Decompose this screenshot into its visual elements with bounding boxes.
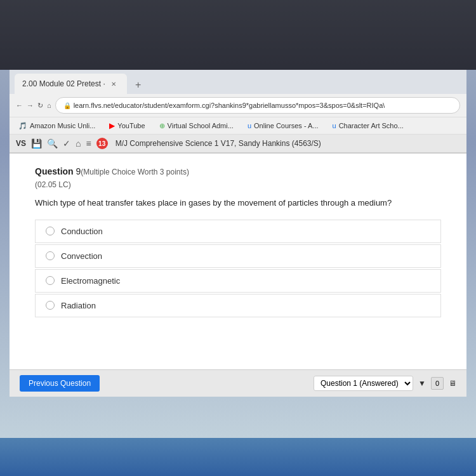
- radio-electromagnetic[interactable]: [46, 276, 55, 285]
- active-tab[interactable]: 2.00 Module 02 Pretest · ✕: [15, 74, 127, 94]
- bookmark-character-art[interactable]: u Character Art Scho...: [330, 121, 406, 131]
- dropdown-chevron-icon: ▼: [418, 379, 426, 388]
- bookmark-label-courses: Online Courses - A...: [254, 122, 319, 129]
- question-dropdown[interactable]: Question 1 (Answered): [314, 376, 413, 391]
- notification-badge: 13: [96, 138, 108, 149]
- link-icon-2: u: [333, 122, 336, 129]
- answer-option-convection[interactable]: Convection: [35, 244, 441, 268]
- answer-option-conduction[interactable]: Conduction: [35, 220, 441, 243]
- bookmark-label-amazon: Amazon Music Unli...: [30, 122, 95, 129]
- tab-close-button[interactable]: ✕: [109, 79, 118, 88]
- home-toolbar-icon[interactable]: ⌂: [76, 138, 81, 149]
- tab-bar: 2.00 Module 02 Pretest · ✕ +: [10, 70, 466, 94]
- home-button[interactable]: ⌂: [47, 102, 51, 109]
- question-type: (Multiple Choice Worth 3 points): [81, 168, 189, 176]
- forward-button[interactable]: →: [27, 102, 34, 109]
- answer-label-convection: Convection: [61, 251, 102, 261]
- bottom-navigation-bar: Previous Question Question 1 (Answered) …: [10, 369, 466, 397]
- check-icon[interactable]: ✓: [63, 138, 70, 149]
- new-tab-button[interactable]: +: [129, 76, 147, 94]
- save-icon[interactable]: 💾: [31, 138, 42, 149]
- bookmark-youtube[interactable]: ▶ YouTube: [107, 120, 147, 131]
- radio-radiation[interactable]: [46, 301, 55, 310]
- bookmark-label-youtube: YouTube: [117, 122, 145, 129]
- browser-window: 2.00 Module 02 Pretest · ✕ + ← → ↻ ⌂ 🔒 l…: [10, 70, 466, 397]
- address-bar: ← → ↻ ⌂ 🔒 learn.flvs.net/educator/studen…: [10, 94, 466, 117]
- answer-label-conduction: Conduction: [61, 227, 103, 236]
- previous-question-button[interactable]: Previous Question: [20, 375, 100, 392]
- radio-conduction[interactable]: [46, 227, 55, 235]
- course-title: M/J Comprehensive Science 1 V17, Sandy H…: [116, 139, 321, 148]
- bookmark-label-art: Character Art Scho...: [339, 122, 404, 129]
- answer-label-radiation: Radiation: [61, 301, 96, 310]
- bookmarks-bar: 🎵 Amazon Music Unli... ▶ YouTube ⊕ Virtu…: [10, 117, 466, 135]
- amazon-icon: 🎵: [18, 122, 27, 130]
- bookmark-virtual-school[interactable]: ⊕ Virtual School Admi...: [157, 121, 236, 131]
- answer-option-radiation[interactable]: Radiation: [35, 294, 441, 317]
- lock-icon: 🔒: [63, 102, 71, 109]
- bookmark-label-virtual: Virtual School Admi...: [168, 122, 234, 129]
- top-reflection: [0, 0, 476, 70]
- bookmark-online-courses[interactable]: u Online Courses - A...: [245, 121, 321, 131]
- screen-background: 2.00 Module 02 Pretest · ✕ + ← → ↻ ⌂ 🔒 l…: [0, 0, 476, 476]
- answer-option-electromagnetic[interactable]: Electromagnetic: [35, 269, 441, 293]
- question-text: Which type of heat transfer takes place …: [35, 197, 441, 209]
- question-word: Question: [35, 166, 76, 176]
- bookmark-amazon[interactable]: 🎵 Amazon Music Unli...: [16, 121, 98, 131]
- answer-label-electromagnetic: Electromagnetic: [61, 276, 120, 286]
- nav-next-button[interactable]: 0: [431, 377, 444, 390]
- school-icon: ⊕: [159, 122, 165, 130]
- bottom-taskbar-area: [0, 438, 476, 476]
- menu-icon[interactable]: ≡: [86, 138, 91, 149]
- question-navigator: Question 1 (Answered) ▼ 0 🖥: [314, 376, 456, 391]
- vs-label: VS: [16, 139, 26, 148]
- url-text: learn.flvs.net/educator/student/examform…: [74, 102, 385, 109]
- reload-button[interactable]: ↻: [37, 102, 43, 110]
- vs-toolbar: VS 💾 🔍 ✓ ⌂ ≡ 13 M/J Comprehensive Scienc…: [10, 135, 466, 154]
- back-button[interactable]: ←: [16, 102, 23, 109]
- link-icon-1: u: [248, 122, 251, 129]
- search-toolbar-icon[interactable]: 🔍: [47, 138, 58, 149]
- address-input[interactable]: 🔒 learn.flvs.net/educator/student/examfo…: [55, 97, 460, 114]
- question-header: Question 9(Multiple Choice Worth 3 point…: [35, 166, 441, 176]
- radio-convection[interactable]: [46, 251, 55, 260]
- content-area: Question 9(Multiple Choice Worth 3 point…: [10, 154, 466, 369]
- monitor-icon: 🖥: [449, 379, 456, 388]
- tab-title: 2.00 Module 02 Pretest ·: [22, 79, 105, 88]
- question-code: (02.05 LC): [35, 180, 441, 189]
- youtube-icon: ▶: [109, 121, 115, 130]
